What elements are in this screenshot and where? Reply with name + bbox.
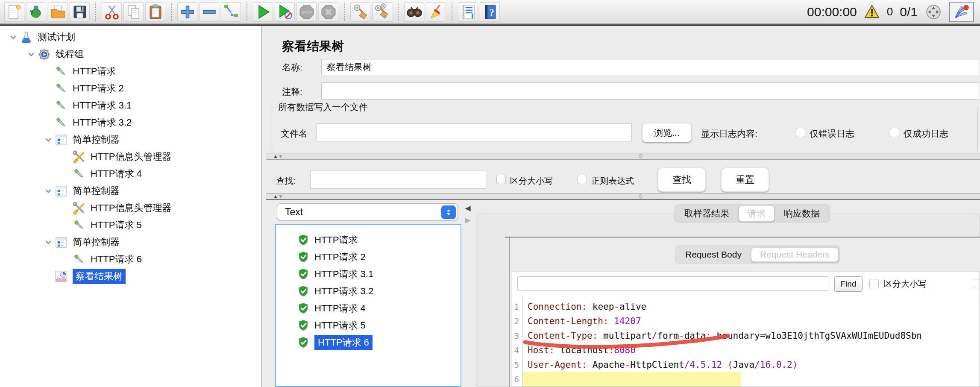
result-item[interactable]: HTTP请求 6	[276, 334, 461, 351]
tree-item[interactable]: HTTP请求 4	[0, 165, 261, 182]
chevron-down-icon[interactable]	[42, 187, 55, 195]
search-input[interactable]	[310, 170, 486, 189]
tree-item[interactable]: 线程组	[0, 46, 261, 63]
tree-item[interactable]: 简单控制器	[0, 234, 261, 251]
splitter-collapse-arrows[interactable]: ▲▼	[273, 194, 283, 199]
code-token: 8080	[614, 345, 636, 355]
result-item[interactable]: HTTP请求	[276, 232, 461, 249]
expand-add-button[interactable]	[177, 2, 197, 22]
editor-find-button[interactable]: Find	[834, 276, 863, 292]
search-reset-button[interactable]	[426, 2, 446, 22]
case-sensitive-label: 区分大小写	[510, 175, 553, 187]
tree-item[interactable]: HTTP信息头管理器	[0, 199, 261, 217]
editor-extra-checkbox[interactable]	[973, 279, 980, 288]
tree-item[interactable]: HTTP请求 3.1	[0, 97, 261, 114]
save-button[interactable]	[70, 2, 90, 22]
request-view-tabs: Request Body Request Headers	[675, 245, 840, 264]
tab-request[interactable]: 请求	[739, 205, 775, 222]
result-item[interactable]: HTTP请求 2	[276, 249, 461, 266]
code-token: :	[581, 360, 587, 370]
reset-button[interactable]: 重置	[721, 168, 769, 192]
tab-request-headers[interactable]: Request Headers	[751, 247, 839, 262]
filename-input[interactable]	[317, 123, 632, 141]
new-file-button[interactable]	[4, 2, 24, 22]
tree-item[interactable]: HTTP请求 2	[0, 80, 261, 97]
shield-check-icon	[297, 268, 309, 280]
cut-button[interactable]	[102, 2, 122, 22]
paste-button[interactable]	[145, 2, 165, 22]
chevron-down-icon[interactable]	[42, 136, 55, 144]
errors-only-checkbox[interactable]	[796, 128, 805, 137]
code-line: 3Content-Type: multipart/form-data; boun…	[511, 328, 980, 343]
tab-sampler-result[interactable]: 取样器结果	[676, 206, 738, 221]
jmeter-logo-button[interactable]	[949, 2, 974, 22]
toolbar-status-cluster: 00:00:00 0 0/1	[807, 2, 976, 22]
tree-item[interactable]: 简单控制器	[0, 131, 261, 148]
clear-all-button[interactable]	[372, 2, 392, 22]
collapse-remove-button[interactable]	[199, 2, 219, 22]
name-input[interactable]	[321, 59, 979, 75]
tree-item[interactable]: HTTP请求 6	[0, 251, 261, 268]
tree-item[interactable]: HTTP请求 3.2	[0, 114, 261, 131]
successes-only-checkbox[interactable]	[890, 128, 899, 137]
start-no-timers-button[interactable]	[275, 2, 295, 22]
chevron-down-icon[interactable]	[25, 50, 38, 58]
tree-item-label: 察看结果树	[73, 269, 126, 284]
result-item[interactable]: HTTP请求 3.1	[276, 266, 461, 283]
editor-case-checkbox[interactable]	[869, 279, 879, 288]
tab-request-body[interactable]: Request Body	[677, 248, 750, 261]
tree-item[interactable]: HTTP信息头管理器	[0, 148, 261, 165]
search-button[interactable]	[404, 2, 424, 22]
regex-checkbox[interactable]	[578, 175, 587, 184]
controller-icon	[55, 185, 68, 198]
stop-threads-icon[interactable]	[924, 3, 942, 21]
horizontal-splitter-top[interactable]: ▲▼	[266, 153, 980, 160]
result-item[interactable]: HTTP请求 5	[276, 317, 461, 334]
tree-item[interactable]: 测试计划	[0, 29, 261, 46]
pane-collapse-arrows[interactable]: ◀▶	[463, 202, 472, 228]
comment-input[interactable]	[321, 82, 979, 100]
templates-button[interactable]	[26, 2, 46, 22]
copy-button[interactable]	[123, 2, 144, 22]
help-button[interactable]	[480, 2, 500, 22]
tree-item[interactable]: HTTP请求	[0, 63, 261, 80]
code-token: Java	[733, 360, 755, 370]
panel-splitter-vertical[interactable]	[262, 26, 266, 387]
stop-button[interactable]	[296, 2, 317, 22]
http-icon	[73, 167, 86, 181]
format-select[interactable]: Text	[277, 203, 458, 220]
chevron-down-icon	[44, 136, 52, 144]
open-file-button[interactable]	[48, 2, 68, 22]
tab-response-data[interactable]: 响应数据	[775, 206, 828, 221]
editor-find-input[interactable]	[517, 276, 828, 291]
code-token: -	[625, 360, 631, 370]
tree-item-label: HTTP请求 6	[91, 253, 142, 266]
function-helper-button[interactable]	[458, 2, 478, 22]
search-button[interactable]: 查找	[658, 168, 706, 192]
shield-check-icon	[297, 337, 309, 349]
splitter-handle[interactable]	[639, 194, 643, 199]
result-item[interactable]: HTTP请求 4	[276, 300, 461, 317]
splitter-collapse-arrows[interactable]: ▲▼	[273, 153, 283, 159]
tree-item-label: HTTP请求 3.2	[73, 116, 132, 129]
start-button[interactable]	[253, 2, 273, 22]
warning-icon[interactable]	[864, 4, 880, 20]
horizontal-splitter-bottom[interactable]: ▲▼	[266, 193, 980, 200]
request-headers-view: Find 区分大小写 1Connection: keep-alive2Conte…	[511, 272, 980, 387]
code-text: Content-Length: 14207	[522, 314, 641, 328]
tree-item[interactable]: 简单控制器	[0, 182, 261, 199]
toggle-button[interactable]	[221, 2, 241, 22]
shutdown-button[interactable]	[318, 2, 338, 22]
headers-code-area[interactable]: 1Connection: keep-alive2Content-Length: …	[511, 295, 980, 387]
browse-button[interactable]: 浏览...	[642, 123, 692, 142]
tree-item[interactable]: 察看结果树	[0, 268, 261, 285]
tree-item[interactable]: HTTP请求 5	[0, 217, 261, 234]
result-item[interactable]: HTTP请求 3.2	[276, 283, 461, 300]
splitter-handle[interactable]	[639, 154, 643, 158]
chevron-down-icon[interactable]	[42, 238, 55, 246]
clear-button[interactable]	[350, 2, 370, 22]
chevron-down-icon[interactable]	[7, 33, 20, 41]
case-sensitive-checkbox[interactable]	[496, 175, 506, 184]
clear-all-icon	[374, 3, 391, 21]
code-line: 4Host: localhost:8080	[511, 343, 980, 358]
